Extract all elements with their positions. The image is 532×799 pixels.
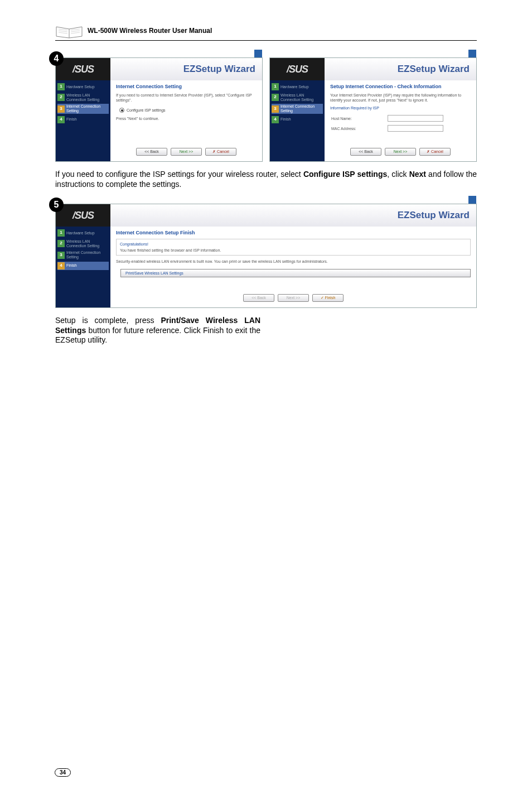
button-row: << Back Next >> ✓ Finish: [116, 291, 471, 304]
mac-address-row: MAC Address:: [331, 125, 471, 132]
sidebar-item-1[interactable]: 1Hardware Setup: [57, 83, 109, 91]
title-bar: /SUS EZSetup Wizard: [56, 58, 262, 80]
asus-logo: /SUS: [287, 64, 308, 75]
sidebar-item-1[interactable]: 1Hardware Setup: [272, 83, 323, 91]
congrats-text: You have finished setting the browser an…: [120, 248, 467, 253]
finish-button[interactable]: ✓ Finish: [312, 294, 344, 302]
sidebar-item-2[interactable]: 2Wireless LAN Connection Setting: [272, 93, 323, 102]
back-button[interactable]: << Back: [350, 148, 381, 156]
sidebar-item-1[interactable]: 1Hardware Setup: [57, 229, 109, 237]
button-row: << Back Next >> ✗ Cancel: [116, 145, 257, 158]
caption-step5: Setup is complete, press Print/Save Wire…: [55, 316, 260, 345]
radio-icon: [119, 108, 124, 113]
cancel-button[interactable]: ✗ Cancel: [205, 148, 236, 156]
title-bar: /SUS EZSetup Wizard: [270, 58, 476, 80]
radio-label: Configure ISP settings: [127, 108, 166, 112]
radio-configure-isp[interactable]: Configure ISP settings: [119, 108, 257, 113]
pane-text-2: Press "Next" to continue.: [116, 116, 257, 121]
wizard-step4-right: /SUS EZSetup Wizard 1Hardware Setup 2Wir…: [269, 57, 477, 162]
host-name-row: Host Name:: [331, 115, 471, 122]
title-right: EZSetup Wizard: [325, 58, 476, 80]
pane-heading: Internet Connection Setting: [116, 84, 257, 89]
manual-icon: [55, 22, 83, 39]
caption-step4: If you need to configure the ISP setting…: [55, 170, 477, 189]
wizard-step4-left: 4 /SUS EZSetup Wizard 1Hardware Setup 2W…: [55, 57, 263, 162]
cancel-button[interactable]: ✗ Cancel: [419, 148, 451, 156]
step-badge-4: 4: [49, 51, 64, 66]
sidebar-item-4[interactable]: 4Finish: [57, 262, 109, 270]
sidebar-item-3[interactable]: 3Internet Connection Setting: [57, 104, 109, 113]
host-name-label: Host Name:: [331, 117, 384, 121]
wizard-sidebar: 1Hardware Setup 2Wireless LAN Connection…: [270, 80, 325, 161]
sidebar-item-3[interactable]: 3Internet Connection Setting: [57, 250, 109, 259]
wizard-step5: 5 /SUS EZSetup Wizard 1Hardware Setup 2W…: [55, 204, 477, 308]
wizard-sidebar: 1Hardware Setup 2Wireless LAN Connection…: [56, 80, 110, 161]
figures-row-step4: 4 /SUS EZSetup Wizard 1Hardware Setup 2W…: [55, 57, 477, 162]
asus-logo: /SUS: [72, 210, 94, 222]
sidebar-item-4[interactable]: 4Finish: [57, 115, 109, 124]
congrats-title: Congratulations!: [120, 242, 467, 247]
asus-logo: /SUS: [72, 64, 94, 75]
title-right: EZSetup Wizard: [110, 204, 476, 227]
figures-row-step5: 5 /SUS EZSetup Wizard 1Hardware Setup 2W…: [55, 204, 477, 308]
page-number: 34: [55, 768, 71, 777]
pane-text-1: If you need to connect to Internet Servi…: [116, 93, 257, 103]
button-row: << Back Next >> ✗ Cancel: [330, 145, 471, 158]
print-save-button[interactable]: Print/Save Wireless LAN Settings: [120, 269, 471, 277]
logo-area: /SUS: [56, 204, 110, 227]
wizard-title: EZSetup Wizard: [398, 210, 470, 221]
pane-heading: Internet Connection Setup Finish: [116, 230, 471, 235]
back-button[interactable]: << Back: [243, 294, 274, 302]
back-button[interactable]: << Back: [136, 148, 167, 156]
wizard-title: EZSetup Wizard: [183, 64, 255, 75]
content-pane: Internet Connection Setup Finish Congrat…: [110, 227, 476, 307]
pane-heading: Setup Internet Connection - Check Inform…: [330, 84, 471, 89]
logo-area: /SUS: [270, 58, 325, 80]
step-badge-5: 5: [49, 198, 64, 212]
content-pane: Internet Connection Setting If you need …: [110, 80, 262, 161]
pane-text-2: Security-enabled wireless LAN environmen…: [116, 259, 471, 264]
sidebar-item-4[interactable]: 4Finish: [272, 115, 323, 124]
title-right: EZSetup Wizard: [110, 58, 262, 80]
host-name-input[interactable]: [388, 115, 443, 122]
manual-title: WL-500W Wireless Router User Manual: [88, 27, 212, 35]
content-pane: Setup Internet Connection - Check Inform…: [325, 80, 476, 161]
wizard-sidebar: 1Hardware Setup 2Wireless LAN Connection…: [56, 227, 110, 307]
sidebar-item-2[interactable]: 2Wireless LAN Connection Setting: [57, 239, 109, 248]
pane-text-1: Your Internet Service Provider (ISP) may…: [330, 93, 471, 103]
title-bar: /SUS EZSetup Wizard: [56, 204, 476, 227]
mac-address-input[interactable]: [388, 125, 443, 132]
congrats-box: Congratulations! You have finished setti…: [116, 239, 471, 256]
wizard-title: EZSetup Wizard: [398, 64, 470, 75]
mac-address-label: MAC Address:: [331, 127, 384, 131]
sidebar-item-2[interactable]: 2Wireless LAN Connection Setting: [57, 93, 109, 102]
next-button[interactable]: Next >>: [278, 294, 309, 302]
pane-subheading: Information Required by ISP: [330, 105, 471, 110]
next-button[interactable]: Next >>: [171, 148, 202, 156]
sidebar-item-3[interactable]: 3Internet Connection Setting: [272, 104, 323, 113]
page-header: WL-500W Wireless Router User Manual: [55, 22, 477, 41]
next-button[interactable]: Next >>: [385, 148, 416, 156]
logo-area: /SUS: [56, 58, 110, 80]
